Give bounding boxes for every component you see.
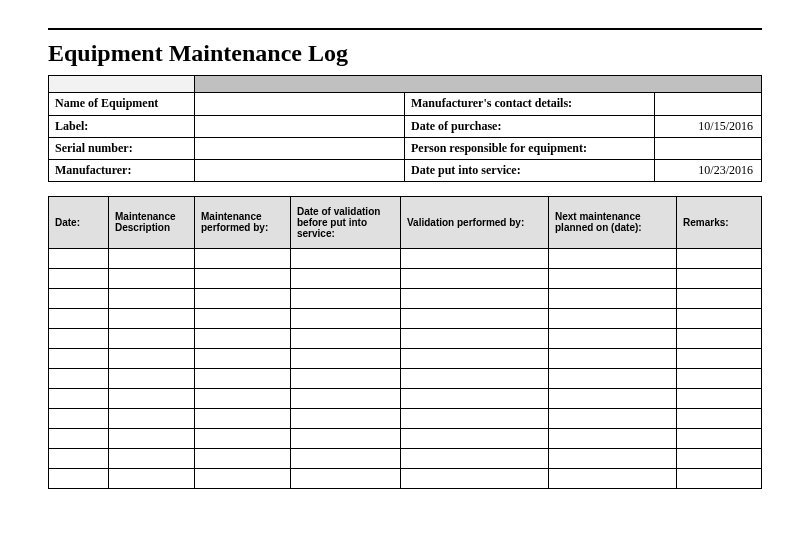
log-cell[interactable] xyxy=(109,348,195,368)
log-cell[interactable] xyxy=(49,328,109,348)
log-cell[interactable] xyxy=(549,468,677,488)
log-cell[interactable] xyxy=(549,448,677,468)
log-cell[interactable] xyxy=(549,368,677,388)
info-value-right[interactable]: 10/23/2016 xyxy=(655,159,762,181)
log-cell[interactable] xyxy=(549,348,677,368)
log-cell[interactable] xyxy=(291,248,401,268)
log-cell[interactable] xyxy=(677,468,762,488)
log-cell[interactable] xyxy=(49,388,109,408)
log-cell[interactable] xyxy=(677,308,762,328)
log-cell[interactable] xyxy=(195,408,291,428)
log-cell[interactable] xyxy=(549,288,677,308)
log-cell[interactable] xyxy=(49,408,109,428)
log-cell[interactable] xyxy=(195,248,291,268)
log-cell[interactable] xyxy=(109,388,195,408)
log-cell[interactable] xyxy=(677,348,762,368)
log-cell[interactable] xyxy=(549,408,677,428)
log-cell[interactable] xyxy=(549,268,677,288)
log-cell[interactable] xyxy=(109,248,195,268)
log-cell[interactable] xyxy=(677,328,762,348)
log-cell[interactable] xyxy=(291,268,401,288)
info-value-left[interactable] xyxy=(195,137,405,159)
log-cell[interactable] xyxy=(401,288,549,308)
log-cell[interactable] xyxy=(677,268,762,288)
log-header: Maintenance performed by: xyxy=(195,196,291,248)
log-cell[interactable] xyxy=(549,308,677,328)
log-cell[interactable] xyxy=(49,468,109,488)
log-cell[interactable] xyxy=(401,448,549,468)
log-cell[interactable] xyxy=(109,308,195,328)
log-cell[interactable] xyxy=(291,328,401,348)
log-cell[interactable] xyxy=(401,268,549,288)
log-cell[interactable] xyxy=(49,268,109,288)
log-cell[interactable] xyxy=(549,248,677,268)
log-cell[interactable] xyxy=(195,468,291,488)
log-cell[interactable] xyxy=(49,288,109,308)
log-cell[interactable] xyxy=(291,408,401,428)
log-cell[interactable] xyxy=(401,328,549,348)
info-row: Name of EquipmentManufacturer's contact … xyxy=(49,93,762,115)
log-cell[interactable] xyxy=(49,248,109,268)
info-value-left[interactable] xyxy=(195,93,405,115)
log-cell[interactable] xyxy=(401,348,549,368)
log-cell[interactable] xyxy=(195,348,291,368)
info-label-left: Label: xyxy=(49,115,195,137)
info-value-right[interactable]: 10/15/2016 xyxy=(655,115,762,137)
log-cell[interactable] xyxy=(109,288,195,308)
log-cell[interactable] xyxy=(677,428,762,448)
log-cell[interactable] xyxy=(549,428,677,448)
log-cell[interactable] xyxy=(195,448,291,468)
log-cell[interactable] xyxy=(109,328,195,348)
info-value-left[interactable] xyxy=(195,115,405,137)
table-row xyxy=(49,428,762,448)
log-cell[interactable] xyxy=(401,388,549,408)
log-cell[interactable] xyxy=(49,448,109,468)
info-value-left[interactable] xyxy=(195,159,405,181)
log-cell[interactable] xyxy=(109,268,195,288)
table-row xyxy=(49,268,762,288)
info-value-right[interactable] xyxy=(655,93,762,115)
log-cell[interactable] xyxy=(291,468,401,488)
log-cell[interactable] xyxy=(49,348,109,368)
log-cell[interactable] xyxy=(109,408,195,428)
log-cell[interactable] xyxy=(401,368,549,388)
log-cell[interactable] xyxy=(195,328,291,348)
log-cell[interactable] xyxy=(291,308,401,328)
log-cell[interactable] xyxy=(401,248,549,268)
log-cell[interactable] xyxy=(195,368,291,388)
log-cell[interactable] xyxy=(195,308,291,328)
log-cell[interactable] xyxy=(109,428,195,448)
log-cell[interactable] xyxy=(291,368,401,388)
log-cell[interactable] xyxy=(291,428,401,448)
log-cell[interactable] xyxy=(291,448,401,468)
log-header: Validation performed by: xyxy=(401,196,549,248)
log-cell[interactable] xyxy=(195,288,291,308)
log-cell[interactable] xyxy=(109,448,195,468)
log-cell[interactable] xyxy=(195,428,291,448)
log-cell[interactable] xyxy=(109,368,195,388)
info-table: Name of EquipmentManufacturer's contact … xyxy=(48,93,762,182)
log-cell[interactable] xyxy=(49,428,109,448)
log-cell[interactable] xyxy=(677,368,762,388)
log-cell[interactable] xyxy=(401,468,549,488)
info-value-right[interactable] xyxy=(655,137,762,159)
log-cell[interactable] xyxy=(109,468,195,488)
log-cell[interactable] xyxy=(401,428,549,448)
log-cell[interactable] xyxy=(401,408,549,428)
log-cell[interactable] xyxy=(49,368,109,388)
log-cell[interactable] xyxy=(195,268,291,288)
log-cell[interactable] xyxy=(549,328,677,348)
log-cell[interactable] xyxy=(677,288,762,308)
log-cell[interactable] xyxy=(677,448,762,468)
log-cell[interactable] xyxy=(677,248,762,268)
log-cell[interactable] xyxy=(677,388,762,408)
log-cell[interactable] xyxy=(291,348,401,368)
log-cell[interactable] xyxy=(49,308,109,328)
log-cell[interactable] xyxy=(291,388,401,408)
log-cell[interactable] xyxy=(401,308,549,328)
log-cell[interactable] xyxy=(677,408,762,428)
log-cell[interactable] xyxy=(549,388,677,408)
page-title: Equipment Maintenance Log xyxy=(48,40,762,67)
log-cell[interactable] xyxy=(195,388,291,408)
log-cell[interactable] xyxy=(291,288,401,308)
